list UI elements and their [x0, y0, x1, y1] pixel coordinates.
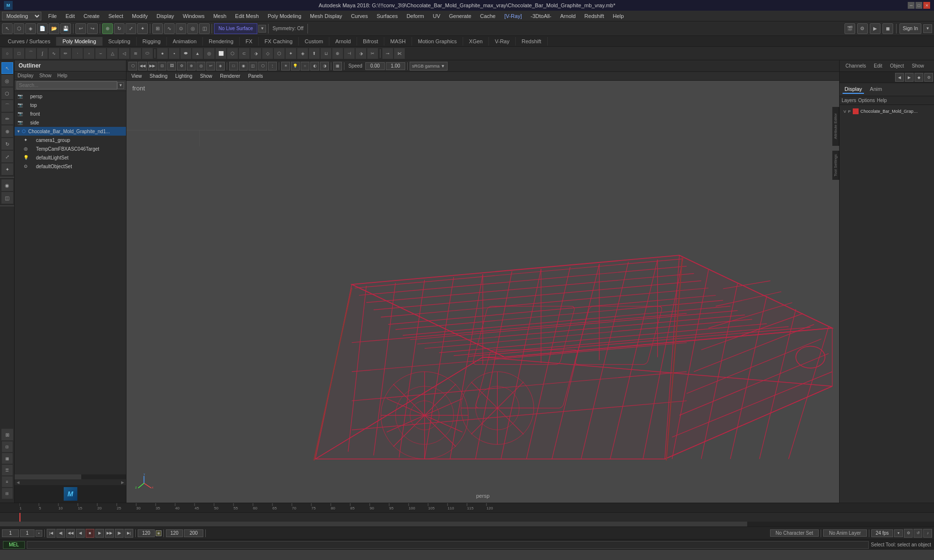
anim-end-input[interactable]: [138, 529, 155, 537]
next-frame-btn[interactable]: |▶: [115, 529, 124, 538]
rotate-tool[interactable]: ↻: [1, 138, 13, 150]
outliner-prev[interactable]: ◀: [17, 480, 19, 485]
tab-curves-surfaces[interactable]: Curves / Surfaces: [2, 37, 56, 46]
rp-key-btn[interactable]: ◆: [915, 73, 923, 82]
prev-frame-btn[interactable]: ◀|: [56, 529, 65, 538]
menu-help[interactable]: Help: [609, 12, 628, 20]
lighting-menu[interactable]: Lighting: [172, 73, 195, 79]
tool-snap-view[interactable]: ◎: [187, 23, 198, 34]
shelf-extra2[interactable]: ⋉: [394, 48, 405, 59]
tab-poly-modeling[interactable]: Poly Modeling: [56, 37, 102, 46]
ipr-render[interactable]: ▶: [870, 23, 880, 34]
tab-animation[interactable]: Animation: [167, 37, 203, 46]
outliner-scrollbar[interactable]: [15, 474, 126, 479]
close-button[interactable]: ✕: [923, 2, 930, 9]
shelf-booleans[interactable]: ⊕: [332, 48, 343, 59]
menu-redshift[interactable]: Redshift: [580, 12, 608, 20]
vp-camera-attrs[interactable]: ⚙: [177, 62, 186, 70]
tree-item-front[interactable]: 📷 front: [15, 109, 126, 118]
fps-arrow[interactable]: ▼: [894, 529, 903, 537]
tab-rigging[interactable]: Rigging: [137, 37, 167, 46]
tree-item-side[interactable]: 📷 side: [15, 118, 126, 127]
menu-vray[interactable]: [V-Ray]: [501, 12, 526, 20]
minimize-button[interactable]: ─: [908, 2, 915, 9]
maximize-button[interactable]: □: [916, 2, 922, 9]
rp-prev-btn[interactable]: ◀: [895, 73, 904, 82]
outliner-show-menu[interactable]: Show: [37, 72, 54, 79]
shelf-ep[interactable]: ⋅: [72, 48, 83, 59]
tab-sculpting[interactable]: Sculpting: [103, 37, 137, 46]
tree-item-defaultlightset[interactable]: 💡 defaultLightSet: [15, 153, 126, 162]
tool-universal[interactable]: ✦: [137, 23, 148, 34]
tab-custom[interactable]: Custom: [299, 37, 329, 46]
custom-tool2[interactable]: ≡: [2, 476, 13, 487]
outliner-help-menu[interactable]: Help: [55, 72, 70, 79]
shelf-solid[interactable]: ◈: [297, 48, 308, 59]
shelf-soccer[interactable]: ✦: [286, 48, 296, 59]
shelf-curve1[interactable]: ∫: [37, 48, 48, 59]
tool-paint[interactable]: ◈: [25, 23, 36, 34]
sign-in-btn[interactable]: Sign In: [899, 23, 921, 34]
go-end-btn[interactable]: ▶|: [125, 529, 133, 538]
shelf-cone[interactable]: ▲: [192, 48, 203, 59]
tool-redo[interactable]: ↪: [87, 23, 98, 34]
vp-gamma-btn[interactable]: sRGB gamma ▼: [410, 62, 448, 70]
tool-snap-surface[interactable]: ◫: [199, 23, 210, 34]
anim-cache-btn[interactable]: ▪: [36, 530, 42, 537]
shelf-plane[interactable]: ⬜: [216, 48, 226, 59]
shelf-square[interactable]: □: [14, 48, 24, 59]
tool-select[interactable]: ↖: [2, 23, 13, 34]
menu-select[interactable]: Select: [105, 12, 127, 20]
render-region[interactable]: 🎬: [844, 23, 855, 34]
shelf-pipe[interactable]: ⊂: [239, 48, 250, 59]
render-settings[interactable]: ⚙: [857, 23, 868, 34]
shelf-pencil[interactable]: ✏: [60, 48, 71, 59]
tool-undo[interactable]: ↩: [75, 23, 86, 34]
vp-light-all[interactable]: ☀: [281, 62, 290, 70]
shelf-nurbs-c[interactable]: ⌣: [95, 48, 106, 59]
stop-btn[interactable]: ■: [86, 529, 94, 538]
vp-next-frame[interactable]: ▶▶: [148, 62, 157, 70]
shelf-circle[interactable]: ○: [2, 48, 13, 59]
shelf-sphere[interactable]: ●: [157, 48, 168, 59]
go-start-btn[interactable]: |◀: [47, 529, 55, 538]
playback-options[interactable]: ⚙: [904, 529, 913, 538]
menu-file[interactable]: File: [44, 12, 61, 20]
vp-speed-input[interactable]: [365, 62, 385, 70]
tool-snap-grid[interactable]: ⊞: [152, 23, 163, 34]
shelf-extrude[interactable]: ⬆: [309, 48, 320, 59]
shelf-three-pt[interactable]: △: [107, 48, 118, 59]
menu-3dtoall[interactable]: -3DtoAll-: [527, 12, 556, 20]
custom-tool3[interactable]: ⊟: [2, 488, 13, 499]
menu-windows[interactable]: Windows: [179, 12, 209, 20]
panels-menu[interactable]: Panels: [245, 73, 266, 79]
no-character-set[interactable]: No Character Set: [770, 529, 819, 537]
paint-tool[interactable]: ✏: [1, 113, 13, 124]
vp-prev-frame[interactable]: ◀◀: [138, 62, 147, 70]
shelf-cube[interactable]: ▪: [169, 48, 180, 59]
menu-uv[interactable]: UV: [429, 12, 444, 20]
rp-options-btn[interactable]: ⚙: [924, 73, 933, 82]
options-tab-btn[interactable]: Options: [858, 98, 875, 103]
mel-label[interactable]: MEL: [3, 541, 25, 549]
vp-smooth[interactable]: ◉: [239, 62, 248, 70]
anim-tab[interactable]: Anim: [868, 85, 884, 94]
tab-xgen[interactable]: XGen: [463, 37, 489, 46]
timeline-scrollbar[interactable]: [0, 522, 934, 526]
menu-mesh[interactable]: Mesh: [209, 12, 230, 20]
shelf-cylinder[interactable]: ⬬: [180, 48, 191, 59]
sculpt-tool[interactable]: ⌒: [1, 100, 13, 112]
menu-cache[interactable]: Cache: [476, 12, 500, 20]
render-current[interactable]: ◼: [882, 23, 893, 34]
symmetry-btn[interactable]: Symmetry: Off: [270, 26, 305, 31]
tool-save[interactable]: 💾: [60, 23, 71, 34]
vp-ambient[interactable]: ○: [301, 62, 309, 70]
object-btn[interactable]: Object: [888, 62, 906, 70]
sign-in-arrow[interactable]: ▼: [923, 24, 932, 33]
loop-mode-btn[interactable]: ↺: [914, 529, 922, 538]
show-btn[interactable]: Show: [910, 62, 926, 70]
outliner-next[interactable]: ▶: [121, 480, 124, 485]
shelf-helix[interactable]: ⬗: [251, 48, 261, 59]
menu-modify[interactable]: Modify: [128, 12, 151, 20]
menu-mesh-tools[interactable]: Poly Modeling: [264, 12, 305, 20]
